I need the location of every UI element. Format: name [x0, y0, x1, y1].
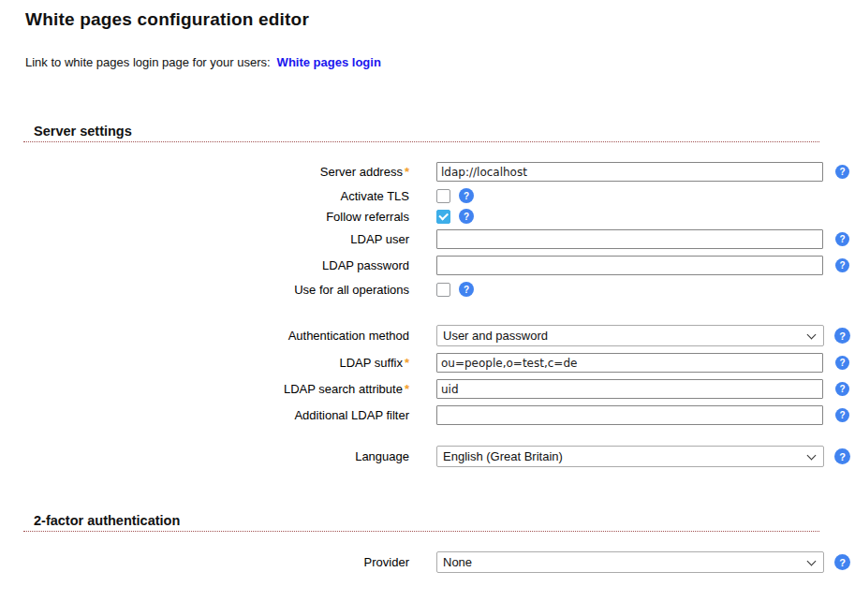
language-selected-value: English (Great Britain)	[443, 449, 563, 463]
server-address-label-cell: Server address*	[23, 165, 409, 179]
row-follow-referrals: Follow referrals ?	[23, 209, 855, 224]
help-icon[interactable]: ?	[834, 554, 850, 570]
activate-tls-label: Activate TLS	[341, 189, 409, 203]
ldap-password-input[interactable]	[436, 256, 823, 275]
provider-label-cell: Provider	[23, 555, 409, 569]
additional-ldap-filter-input[interactable]	[436, 405, 823, 425]
language-select[interactable]: English (Great Britain)	[436, 446, 824, 467]
row-authentication-method: Authentication method User and password …	[23, 325, 855, 346]
white-pages-login-link[interactable]: White pages login	[277, 55, 381, 69]
row-ldap-user: LDAP user ?	[23, 229, 855, 249]
two-factor-form: Provider None ?	[0, 551, 855, 573]
help-icon[interactable]: ?	[835, 408, 849, 422]
use-for-all-operations-checkbox[interactable]	[436, 283, 450, 297]
additional-ldap-filter-label-cell: Additional LDAP filter	[23, 408, 409, 422]
ldap-user-label-cell: LDAP user	[23, 232, 409, 246]
row-server-address: Server address* ?	[23, 162, 855, 182]
intro-text: Link to white pages login page for your …	[25, 55, 271, 69]
authentication-method-select[interactable]: User and password	[436, 325, 824, 346]
additional-ldap-filter-label: Additional LDAP filter	[294, 408, 409, 422]
ldap-search-attribute-label-cell: LDAP search attribute*	[23, 382, 409, 396]
row-ldap-search-attribute: LDAP search attribute* ?	[23, 379, 855, 399]
section-title-server-settings: Server settings	[34, 124, 132, 139]
server-settings-form: Server address* ? Activate TLS ? Follow …	[0, 162, 855, 467]
help-icon[interactable]: ?	[834, 448, 850, 464]
authentication-method-label-cell: Authentication method	[23, 329, 409, 343]
provider-select[interactable]: None	[436, 551, 824, 573]
follow-referrals-label: Follow referrals	[326, 210, 409, 224]
authentication-method-selected-value: User and password	[443, 329, 548, 343]
section-2fa-header: 2-factor authentication	[23, 512, 819, 532]
help-icon[interactable]: ?	[835, 258, 849, 272]
ldap-password-label-cell: LDAP password	[23, 258, 409, 272]
check-icon	[438, 211, 448, 220]
section-server-settings-header: Server settings	[23, 123, 819, 142]
activate-tls-label-cell: Activate TLS	[23, 189, 409, 203]
help-icon[interactable]: ?	[835, 232, 849, 246]
row-ldap-password: LDAP password ?	[23, 256, 855, 275]
provider-label: Provider	[364, 555, 409, 569]
row-activate-tls: Activate TLS ?	[23, 188, 855, 203]
help-icon[interactable]: ?	[459, 188, 474, 203]
ldap-user-label: LDAP user	[350, 232, 409, 246]
provider-selected-value: None	[443, 555, 472, 569]
white-pages-config-page: White pages configuration editor Link to…	[0, 0, 855, 616]
chevron-down-icon	[807, 556, 817, 565]
authentication-method-label: Authentication method	[288, 329, 409, 343]
ldap-user-input[interactable]	[436, 229, 823, 249]
intro-line: Link to white pages login page for your …	[25, 55, 855, 69]
follow-referrals-label-cell: Follow referrals	[23, 210, 409, 224]
activate-tls-checkbox[interactable]	[436, 189, 450, 203]
ldap-search-attribute-label: LDAP search attribute	[284, 382, 403, 396]
chevron-down-icon	[807, 330, 817, 339]
required-asterisk: *	[405, 165, 409, 179]
follow-referrals-checkbox[interactable]	[436, 210, 450, 224]
section-title-2fa: 2-factor authentication	[34, 513, 180, 528]
row-ldap-suffix: LDAP suffix* ?	[23, 353, 855, 373]
help-icon[interactable]: ?	[459, 209, 474, 224]
language-label: Language	[355, 449, 409, 463]
row-provider: Provider None ?	[23, 551, 855, 573]
ldap-suffix-label: LDAP suffix	[339, 356, 402, 370]
server-address-input[interactable]	[436, 162, 823, 182]
row-use-for-all-operations: Use for all operations ?	[23, 282, 855, 297]
help-icon[interactable]: ?	[834, 328, 850, 344]
page-title: White pages configuration editor	[25, 9, 855, 30]
use-for-all-operations-label: Use for all operations	[294, 283, 409, 297]
ldap-password-label: LDAP password	[322, 258, 409, 272]
row-language: Language English (Great Britain) ?	[23, 446, 855, 467]
ldap-suffix-label-cell: LDAP suffix*	[23, 356, 409, 370]
required-asterisk: *	[405, 356, 409, 370]
ldap-search-attribute-input[interactable]	[436, 379, 823, 399]
help-icon[interactable]: ?	[459, 282, 474, 297]
use-for-all-operations-label-cell: Use for all operations	[23, 283, 409, 297]
row-additional-ldap-filter: Additional LDAP filter ?	[23, 405, 855, 425]
server-address-label: Server address	[320, 165, 403, 179]
required-asterisk: *	[405, 382, 409, 396]
help-icon[interactable]: ?	[835, 356, 849, 370]
help-icon[interactable]: ?	[835, 165, 849, 179]
language-label-cell: Language	[23, 449, 409, 463]
help-icon[interactable]: ?	[835, 382, 849, 396]
ldap-suffix-input[interactable]	[436, 353, 823, 373]
chevron-down-icon	[807, 450, 817, 460]
